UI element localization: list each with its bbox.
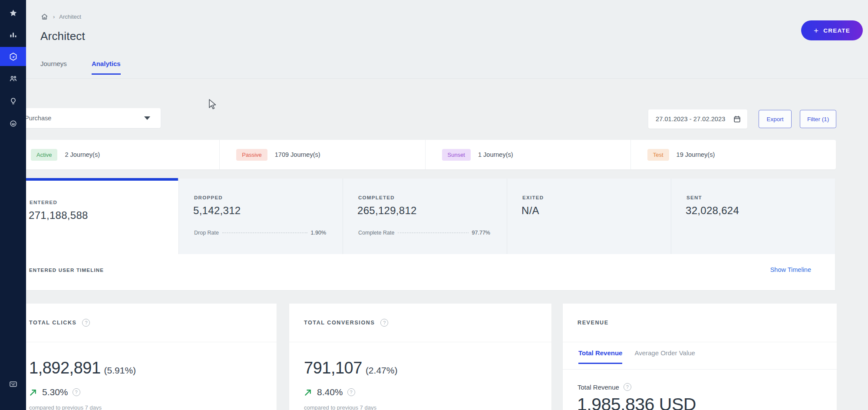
journey-status-passive: Passive 1709 Journey(s) xyxy=(220,140,425,169)
journey-count: 2 Journey(s) xyxy=(65,151,100,158)
stat-value: 265,129,812 xyxy=(357,205,417,217)
sidebar xyxy=(0,0,26,410)
home-icon[interactable] xyxy=(40,13,49,21)
help-icon[interactable]: ? xyxy=(624,383,631,391)
delta-value: 8.40% xyxy=(317,387,343,397)
rate-value: 97.77% xyxy=(469,230,490,236)
drop-rate-row: Drop Rate 1.90% xyxy=(194,230,326,236)
plus-icon: + xyxy=(814,26,819,35)
mouse-cursor xyxy=(207,98,218,110)
dotted-leader xyxy=(398,232,468,233)
status-badge: Passive xyxy=(236,149,267,161)
status-badge: Test xyxy=(647,149,669,161)
tab-journeys[interactable]: Journeys xyxy=(40,60,67,75)
stat-tab-dropped[interactable]: DROPPED 5,142,312 Drop Rate 1.90% xyxy=(178,179,343,254)
rate-label: Drop Rate xyxy=(194,230,222,236)
export-button[interactable]: Export xyxy=(759,110,792,128)
stat-value: N/A xyxy=(521,205,539,217)
sidebar-item-audience[interactable] xyxy=(0,69,26,88)
tab-average-order-value[interactable]: Average Order Value xyxy=(634,349,695,364)
star-icon xyxy=(9,9,18,18)
entered-user-timeline-title: ENTERED USER TIMELINE xyxy=(29,268,104,273)
stat-tab-entered[interactable]: ENTERED 271,188,588 xyxy=(14,178,178,290)
sidebar-item-ideas[interactable] xyxy=(0,92,26,111)
journey-count: 1709 Journey(s) xyxy=(275,151,320,158)
rate-value: 1.90% xyxy=(307,230,326,236)
revenue-metric-label-text: Total Revenue xyxy=(578,384,619,391)
stat-value: 271,188,588 xyxy=(29,209,88,222)
vision-eye-icon xyxy=(9,119,18,128)
stat-value: 32,028,624 xyxy=(686,205,739,217)
card-title: REVENUE xyxy=(578,320,609,326)
breadcrumb-current: Architect xyxy=(59,13,81,20)
stat-label: SENT xyxy=(686,195,702,200)
sidebar-item-vision[interactable] xyxy=(0,114,26,133)
help-icon[interactable]: ? xyxy=(82,319,90,327)
help-icon[interactable]: ? xyxy=(73,388,80,396)
delta-row: 5.30% ? xyxy=(29,387,80,397)
stat-label: ENTERED xyxy=(30,200,57,205)
date-range-picker[interactable]: 27.01.2023 - 27.02.2023 xyxy=(648,109,747,129)
stat-tab-completed[interactable]: COMPLETED 265,129,812 Complete Rate 97.7… xyxy=(343,179,507,254)
sidebar-item-architect[interactable] xyxy=(0,47,26,66)
tab-analytics[interactable]: Analytics xyxy=(92,60,121,75)
journey-count: 1 Journey(s) xyxy=(478,151,513,158)
journey-status-active: Active 2 Journey(s) xyxy=(14,140,220,169)
metric-share: (2.47%) xyxy=(366,365,398,376)
breadcrumb: › Architect xyxy=(40,13,81,21)
rate-label: Complete Rate xyxy=(358,230,398,236)
stat-tab-sent[interactable]: SENT 32,028,624 xyxy=(671,179,835,254)
trend-up-icon xyxy=(29,388,38,397)
calendar-icon xyxy=(733,115,741,123)
journey-count: 19 Journey(s) xyxy=(677,151,715,158)
apps-grid-icon xyxy=(9,380,18,389)
chevron-right-icon: › xyxy=(53,13,55,20)
metric-value: 791,107 xyxy=(304,359,362,377)
sidebar-item-analytics[interactable] xyxy=(0,25,26,44)
journey-status-test: Test 19 Journey(s) xyxy=(631,140,836,169)
bar-chart-icon xyxy=(9,30,18,40)
architect-analytics-screen: › Architect Architect Journeys Analytics… xyxy=(0,0,868,410)
tab-total-revenue[interactable]: Total Revenue xyxy=(578,349,622,364)
sidebar-item-favorites[interactable] xyxy=(0,3,26,23)
total-clicks-card: TOTAL CLICKS ? 1,892,891 (5.91%) 5.30% ?… xyxy=(14,304,277,410)
dotted-leader xyxy=(222,232,307,233)
goal-select-value: Purchase xyxy=(25,115,144,122)
card-title: TOTAL CLICKS xyxy=(29,320,76,326)
divider xyxy=(563,369,837,370)
card-title: TOTAL CONVERSIONS xyxy=(304,320,375,326)
show-timeline-link[interactable]: Show Timeline xyxy=(770,266,811,273)
metric-value-row: 791,107 (2.47%) xyxy=(304,359,397,377)
journeys-hexagon-icon xyxy=(9,52,18,61)
help-icon[interactable]: ? xyxy=(380,319,388,327)
revenue-tabs: Total Revenue Average Order Value xyxy=(578,349,695,364)
page-tabs: Journeys Analytics xyxy=(40,60,121,75)
card-header: REVENUE xyxy=(563,304,837,342)
create-button-label: CREATE xyxy=(823,27,850,34)
card-header: TOTAL CLICKS ? xyxy=(14,304,277,342)
status-badge: Active xyxy=(31,149,57,161)
create-button[interactable]: + CREATE xyxy=(801,20,863,40)
lightbulb-icon xyxy=(9,97,18,106)
help-icon[interactable]: ? xyxy=(347,388,355,396)
revenue-metric-value: 1,985,836 USD xyxy=(577,394,696,410)
metric-value-row: 1,892,891 (5.91%) xyxy=(29,359,136,377)
stat-value: 5,142,312 xyxy=(193,205,241,217)
date-range-value: 27.01.2023 - 27.02.2023 xyxy=(656,116,729,122)
journey-status-summary: Active 2 Journey(s) Passive 1709 Journey… xyxy=(14,140,836,169)
goal-select[interactable]: Purchase xyxy=(14,108,161,128)
card-header: TOTAL CONVERSIONS ? xyxy=(289,304,551,342)
stat-label: COMPLETED xyxy=(358,195,395,200)
stat-label: DROPPED xyxy=(194,195,223,200)
revenue-metric-label: Total Revenue ? xyxy=(578,383,631,391)
sidebar-item-apps[interactable] xyxy=(0,374,26,393)
delta-row: 8.40% ? xyxy=(304,387,355,397)
delta-value: 5.30% xyxy=(42,387,68,397)
funnel-stats-panel: ENTERED 271,188,588 DROPPED 5,142,312 Dr… xyxy=(14,178,835,290)
complete-rate-row: Complete Rate 97.77% xyxy=(358,230,490,236)
filter-button[interactable]: Filter (1) xyxy=(800,110,836,128)
stat-tab-exited[interactable]: EXITED N/A xyxy=(507,179,671,254)
delta-note: compared to previous 7 days xyxy=(29,404,102,410)
stat-label: EXITED xyxy=(522,195,544,200)
revenue-card: REVENUE Total Revenue Average Order Valu… xyxy=(563,304,837,410)
